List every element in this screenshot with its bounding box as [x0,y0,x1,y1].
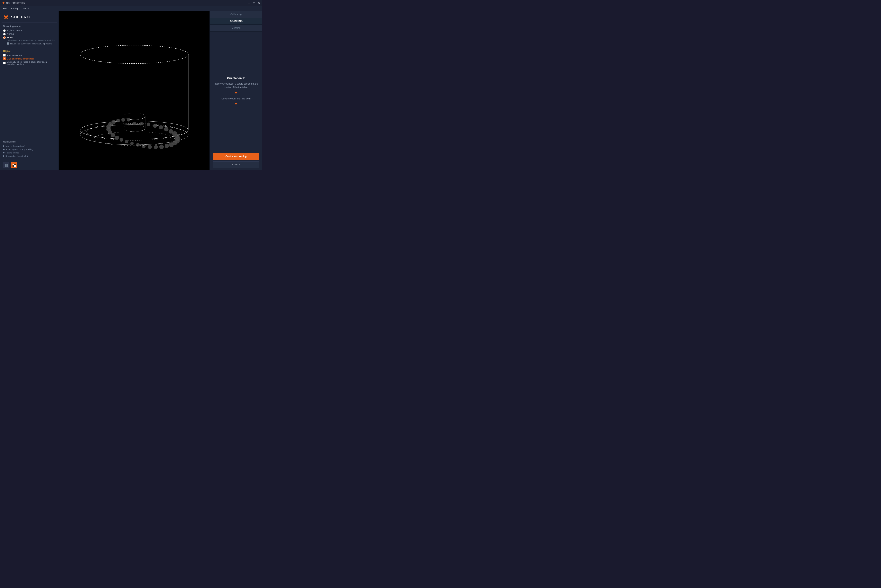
cover-tent-text: Cover the tent with the cloth [221,97,251,100]
svg-point-33 [154,145,158,149]
svg-point-39 [119,138,123,142]
turbo-description: Halves the total scanning time, decrease… [7,39,56,42]
turbo-radio[interactable] [3,36,6,39]
normal-option[interactable]: Normal [3,33,56,35]
quick-link-how-to[interactable]: ▶ How to videos [3,151,56,154]
orientation-info: Orientation 1: Place your object in a st… [210,32,262,151]
svg-point-17 [87,123,182,140]
svg-point-32 [159,144,164,149]
step-calibrating: Calibrating [210,11,262,18]
3d-scene-svg [66,19,202,162]
quick-links-section: Quick links ▶ Near or far position? ▶ Ab… [0,138,59,160]
svg-point-22 [159,125,163,129]
step-meshing: Meshing [210,25,262,32]
menu-about[interactable]: About [21,7,30,10]
svg-rect-6 [5,165,6,167]
svg-point-21 [153,124,157,128]
svg-point-34 [148,145,152,149]
unsteady-object-option[interactable]: Unsteady object (adds a pause after each… [3,61,56,65]
menu-file[interactable]: File [1,7,8,10]
svg-point-20 [147,123,150,126]
reuse-calibration-checkbox[interactable]: Reuse last successful calibration, if po… [7,42,56,45]
cancel-button[interactable]: Cancel [213,161,259,168]
app-icon [2,2,5,5]
menu-settings[interactable]: Settings [9,7,20,10]
scanning-mode-section: Scanning mode High accuracy Normal Turbo… [0,22,59,47]
star-logo-icon [3,14,9,20]
grid-icon [4,163,8,167]
close-button[interactable]: ✕ [258,2,260,4]
svg-point-38 [125,140,128,143]
arrow-down-1: ▼ [234,92,238,95]
footer-icon-2[interactable] [11,162,17,168]
exclude-texture-checkbox[interactable] [3,54,6,57]
arrow-down-2: ▼ [234,102,238,106]
svg-point-46 [112,120,116,124]
svg-rect-11 [14,165,16,167]
dark-surface-option[interactable]: Dark or partially dark surface [3,57,56,60]
quick-link-knowledge-base[interactable]: ▶ Knowledge Base (help) [3,154,56,158]
minimize-button[interactable]: ─ [248,2,250,4]
app-title: SOL PRO Creator [6,2,25,4]
quick-links-title: Quick links [3,140,56,143]
title-bar: SOL PRO Creator ─ □ ✕ [0,0,262,6]
3d-viewport[interactable] [59,11,210,170]
svg-rect-8 [12,164,14,165]
dark-surface-checkbox[interactable] [3,57,6,60]
svg-point-12 [80,45,188,64]
right-panel-buttons: Continue scanning Cancel [210,151,262,170]
footer-icon-1[interactable] [3,162,9,168]
unsteady-object-checkbox[interactable] [3,62,6,64]
svg-point-37 [130,141,134,145]
svg-point-40 [115,135,119,140]
svg-point-35 [142,144,146,148]
window-controls: ─ □ ✕ [248,2,260,4]
svg-rect-10 [12,165,14,167]
menu-bar: File Settings About [0,6,262,11]
svg-rect-7 [6,165,8,167]
orientation-description: Place your object in a stable position a… [214,82,258,89]
sidebar-logo: SOL PRO [0,11,59,22]
object-title: Object [3,50,56,52]
svg-point-16 [80,124,188,145]
orientation-title: Orientation 1: [227,76,245,80]
scanning-mode-title: Scanning mode [3,25,56,28]
high-accuracy-radio[interactable] [3,29,6,32]
svg-rect-9 [14,164,16,165]
quick-link-high-accuracy[interactable]: ▶ About high accuracy profiling [3,148,56,151]
svg-rect-5 [6,164,8,165]
scanning-mode-options: High accuracy Normal Turbo [3,29,56,39]
svg-point-47 [116,118,120,122]
right-panel: Calibrating SCANNING Meshing Orientation… [210,11,262,170]
svg-point-49 [127,118,131,122]
exclude-texture-option[interactable]: Exclude texture [3,54,56,57]
svg-point-53 [123,125,145,132]
svg-rect-4 [5,164,6,165]
high-accuracy-option[interactable]: High accuracy [3,29,56,32]
svg-point-50 [123,113,145,120]
sidebar-footer [0,160,59,170]
main-layout: SOL PRO Scanning mode High accuracy Norm… [0,11,262,170]
svg-point-18 [132,122,136,125]
sidebar: SOL PRO Scanning mode High accuracy Norm… [0,11,59,170]
reuse-calibration-input[interactable] [7,42,9,45]
svg-point-30 [169,142,173,147]
progress-steps: Calibrating SCANNING Meshing [210,11,262,32]
turbo-option[interactable]: Turbo [3,36,56,39]
scene-container [59,11,210,170]
svg-point-31 [164,144,169,148]
logo-text: SOL PRO [11,15,30,20]
svg-point-54 [94,132,174,146]
restore-button[interactable]: □ [253,2,255,4]
normal-radio[interactable] [3,33,6,35]
dots-icon [12,163,16,167]
svg-point-36 [136,143,140,147]
object-section: Object Exclude texture Dark or partially… [0,47,59,69]
quick-link-near-far[interactable]: ▶ Near or far position? [3,144,56,148]
svg-point-19 [140,122,143,125]
step-scanning: SCANNING [210,18,262,25]
continue-scanning-button[interactable]: Continue scanning [213,153,259,160]
svg-point-23 [164,127,168,131]
